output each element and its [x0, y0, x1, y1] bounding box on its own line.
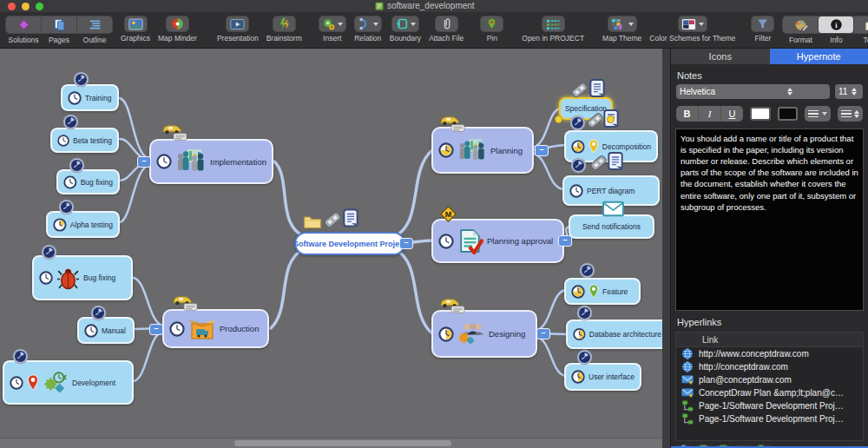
stepper-icon	[753, 88, 827, 96]
pin-button[interactable]: Pin	[480, 16, 503, 43]
topic-planning[interactable]: Planning	[431, 127, 534, 174]
collapse-button-central[interactable]	[399, 238, 413, 249]
bold-button[interactable]: B	[676, 106, 698, 122]
chevron-down-icon	[822, 112, 827, 115]
collapse-button-planning[interactable]	[535, 145, 549, 156]
graphics-button[interactable]: Graphics	[121, 16, 150, 43]
paperclip-icon	[440, 17, 453, 30]
topic-planning-approval[interactable]: Planning approval	[431, 219, 564, 263]
topic-user-interface[interactable]: User interface	[564, 363, 641, 391]
pages-button[interactable]	[41, 16, 76, 33]
link-column-header[interactable]: Link	[676, 333, 863, 347]
selection-handle[interactable]	[555, 115, 562, 123]
italic-button[interactable]: I	[699, 106, 720, 122]
chevron-down-icon	[699, 23, 704, 26]
globe-icon	[681, 361, 694, 372]
collapse-button-implementation[interactable]	[137, 156, 151, 168]
outline-button[interactable]	[76, 16, 112, 33]
bug-icon	[56, 267, 80, 290]
attach-file-button[interactable]: Attach File	[429, 16, 464, 43]
clock-icon	[84, 324, 98, 338]
topic-database-architecture[interactable]: Database architecture	[566, 320, 668, 349]
relation-icon	[358, 17, 371, 30]
topic-bug-fixing-production[interactable]: Bug fixing	[32, 255, 133, 300]
note-icon	[589, 78, 605, 98]
toolbar: Solutions Pages Outline Graphics Map Min…	[0, 12, 868, 49]
topic-development[interactable]: Development	[3, 360, 134, 405]
boundary-button[interactable]: Boundary	[390, 16, 421, 43]
map-theme-button[interactable]: Map Theme	[602, 16, 641, 43]
clock-badge-icon	[62, 114, 79, 130]
minimize-window-button[interactable]	[22, 3, 30, 10]
format-button[interactable]	[783, 16, 818, 33]
solutions-button[interactable]	[6, 16, 41, 33]
zoom-window-button[interactable]	[36, 3, 43, 10]
topic-beta-testing[interactable]: Beta testing	[50, 128, 119, 153]
hyperlink-row[interactable]: ConceptDraw Plan &amp;lt;plan@c…	[676, 386, 863, 399]
notes-textarea[interactable]: You should add a name or title of a prod…	[675, 128, 864, 311]
map-minder-button[interactable]: Map Minder	[158, 16, 197, 43]
close-window-button[interactable]	[8, 3, 16, 10]
relation-button[interactable]: Relation	[354, 16, 382, 43]
topic-training[interactable]: Training	[61, 84, 119, 111]
insert-button[interactable]: Insert	[319, 16, 346, 43]
hyperlink-row[interactable]: plan@conceptdraw.com	[676, 373, 863, 386]
background-color-black-swatch[interactable]	[778, 107, 799, 121]
collapse-button-designing[interactable]	[536, 328, 550, 339]
underline-button[interactable]: U	[721, 106, 743, 122]
hyperlink-row[interactable]: Page-1/Software Development Proj…	[676, 399, 863, 412]
clock-icon	[169, 321, 185, 337]
hyperlink-row[interactable]: http://www.conceptdraw.com	[676, 347, 863, 360]
selection-handle[interactable]	[607, 115, 615, 123]
font-family-select[interactable]: Helvetica	[676, 84, 830, 99]
flowchart-page-icon	[681, 413, 694, 425]
alignment-button[interactable]	[838, 106, 863, 122]
clock-icon	[571, 285, 585, 299]
map-pin-icon	[589, 284, 599, 299]
hyperlink-row[interactable]: http://conceptdraw.com	[676, 360, 863, 373]
clock-icon	[53, 218, 67, 232]
topic-feature[interactable]: Feature	[564, 278, 641, 305]
topic-central[interactable]: Software Development Project	[294, 232, 405, 255]
clock-icon	[68, 91, 82, 105]
topic-designing[interactable]: Designing	[431, 310, 537, 358]
hyperlinks-table: Link http://www.conceptdraw.com http://c…	[675, 332, 864, 441]
hyperlink-row[interactable]: Page-1/Software Development Proj…	[676, 412, 863, 425]
map-pin-icon	[27, 374, 39, 391]
canvas-vertical-scrollbar[interactable]	[662, 49, 670, 448]
collapse-button-planning-approval[interactable]	[558, 235, 572, 247]
collapse-button-production[interactable]	[149, 324, 163, 335]
document-icon	[375, 2, 384, 10]
topic-implementation[interactable]: Implementation	[149, 139, 273, 184]
tab-icons[interactable]: Icons	[671, 49, 770, 64]
color-schemes-button[interactable]: Color Schemes for Theme	[649, 16, 735, 43]
clock-badge-icon	[73, 71, 89, 88]
clock-icon	[571, 140, 585, 154]
presentation-button[interactable]: Presentation	[217, 16, 259, 43]
canvas-horizontal-scrollbar[interactable]	[0, 438, 662, 448]
filter-button[interactable]: Filter	[751, 16, 774, 43]
topic-production[interactable]: Production	[162, 309, 269, 348]
toolbar-group-views: Solutions Pages Outline	[5, 16, 113, 44]
mindmap-canvas[interactable]: Software Development Project Implementat…	[0, 49, 670, 448]
topic-alpha-testing[interactable]: Alpha testing	[46, 211, 120, 238]
clock-icon	[438, 326, 454, 342]
list-style-button[interactable]	[805, 106, 831, 122]
tab-hypernote[interactable]: Hypernote	[770, 49, 868, 64]
clock-badge-icon	[576, 305, 593, 321]
clock-badge-icon	[69, 157, 85, 174]
font-size-select[interactable]: 11	[835, 84, 863, 99]
pages-icon	[53, 18, 66, 31]
topic-bug-fixing-implementation[interactable]: Bug fixing	[56, 169, 120, 194]
open-in-project-button[interactable]: Open in PROJECT	[522, 16, 584, 43]
window-title: software_development	[387, 1, 475, 10]
brainstorm-button[interactable]: Brainstorm	[266, 16, 302, 43]
topic-send-notifications[interactable]: Send notifications	[569, 214, 654, 239]
color-swatches-icon	[681, 18, 696, 30]
scrollbar-thumb[interactable]	[234, 440, 451, 446]
email-icon	[681, 387, 694, 399]
info-button[interactable]	[818, 16, 853, 33]
format-label: Format	[783, 36, 819, 44]
text-color-white-swatch[interactable]	[750, 107, 771, 121]
topic-button[interactable]	[853, 16, 868, 33]
